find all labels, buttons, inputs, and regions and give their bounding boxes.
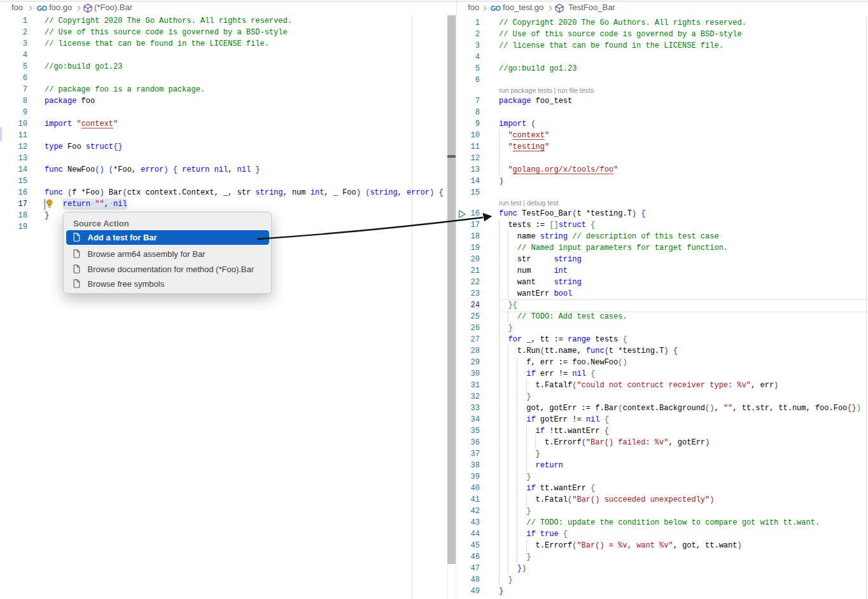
svg-text:GO: GO: [491, 4, 501, 12]
svg-text:GO: GO: [37, 4, 47, 12]
